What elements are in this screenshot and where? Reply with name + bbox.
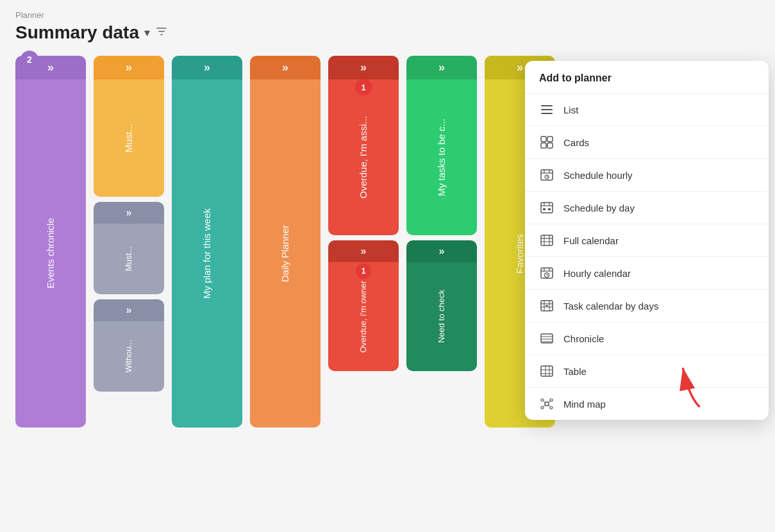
svg-rect-2 — [541, 113, 553, 114]
column-label: Overdue, i'm owner — [358, 281, 369, 353]
svg-line-56 — [544, 401, 546, 403]
column-must: » Must... » Must... » Withou... — [94, 56, 164, 428]
column-my-tasks: » My tasks to be c... » Need to check — [406, 56, 477, 428]
cards-icon — [539, 135, 554, 150]
hourly-calendar-icon — [539, 265, 554, 281]
svg-line-57 — [549, 401, 551, 403]
menu-item-full-calendar[interactable]: Full calendar — [525, 224, 769, 257]
svg-rect-5 — [541, 143, 546, 148]
chevron-icon: » — [361, 245, 367, 257]
title-dropdown-button[interactable]: ▾ — [144, 26, 150, 40]
svg-rect-46 — [541, 366, 553, 376]
svg-point-52 — [541, 399, 544, 401]
main-content: 2 » Events chronicle » Must... » Must... — [0, 48, 775, 435]
chevron-icon: » — [438, 61, 445, 74]
menu-label-chronicle: Chronicle — [563, 333, 604, 344]
menu-label-hourly-calendar: Hourly calendar — [563, 268, 631, 279]
card-my-plan[interactable]: » My plan for this week — [172, 56, 242, 428]
svg-rect-19 — [548, 208, 551, 210]
badge-1-small: 1 — [356, 263, 371, 279]
column-label: Withou... — [124, 340, 135, 372]
arrow-pointer — [666, 356, 711, 416]
menu-label-schedule-hourly: Schedule hourly — [563, 170, 633, 181]
column-label: My plan for this week — [201, 208, 213, 299]
svg-rect-20 — [541, 235, 553, 245]
badge-1: 1 — [355, 79, 372, 96]
menu-item-table[interactable]: Table — [525, 355, 769, 388]
full-calendar-icon — [539, 233, 554, 248]
column-label: Must... — [122, 124, 135, 153]
page-title: Summary data — [15, 22, 139, 43]
add-to-planner-dropdown: Add to planner List — [525, 61, 769, 420]
menu-item-task-calendar-by-days[interactable]: Task calendar by days — [525, 290, 769, 322]
menu-label-cards: Cards — [563, 137, 589, 148]
card-need-to-check-small[interactable]: » Need to check — [406, 240, 477, 371]
header: Planner Summary data ▾ — [0, 0, 775, 48]
menu-label-schedule-by-day: Schedule by day — [563, 203, 635, 213]
svg-rect-41 — [546, 305, 548, 306]
svg-rect-4 — [547, 137, 553, 142]
svg-line-58 — [544, 405, 546, 407]
chevron-icon: » — [439, 245, 445, 257]
card-my-tasks[interactable]: » My tasks to be c... — [406, 56, 477, 235]
svg-point-54 — [541, 406, 544, 409]
chevron-icon: » — [360, 61, 367, 74]
svg-rect-1 — [541, 109, 553, 110]
svg-rect-3 — [541, 137, 546, 142]
chevron-icon: » — [47, 61, 54, 74]
chevron-icon: » — [204, 61, 210, 74]
menu-item-schedule-by-day[interactable]: Schedule by day — [525, 192, 769, 224]
chevron-icon: » — [282, 61, 288, 74]
menu-item-cards[interactable]: Cards — [525, 126, 769, 159]
svg-rect-6 — [547, 143, 553, 148]
card-without-small[interactable]: » Withou... — [94, 299, 164, 392]
card-overdue-assi[interactable]: » 1 Overdue, I'm assi... — [328, 56, 399, 235]
column-label: Overdue, I'm assi... — [357, 116, 370, 199]
menu-item-mind-map[interactable]: Mind map — [525, 388, 769, 420]
menu-item-list[interactable]: List — [525, 94, 769, 126]
table-icon — [539, 363, 554, 379]
card-events-chronicle[interactable]: 2 » Events chronicle — [15, 56, 86, 428]
column-label: Daily Planner — [279, 225, 292, 282]
chevron-icon: » — [126, 207, 132, 219]
chronicle-icon — [539, 331, 554, 346]
svg-point-55 — [550, 406, 553, 409]
planner-label: Planner — [15, 10, 760, 20]
badge-2: 2 — [21, 51, 38, 69]
svg-point-53 — [550, 399, 553, 401]
column-label: Must... — [124, 246, 135, 271]
card-must-small[interactable]: » Must... — [94, 202, 164, 294]
filter-icon[interactable] — [155, 25, 168, 41]
menu-label-mind-map: Mind map — [563, 399, 606, 410]
menu-item-hourly-calendar[interactable]: Hourly calendar — [525, 257, 769, 290]
chevron-icon: » — [517, 61, 523, 74]
svg-rect-0 — [541, 105, 553, 106]
column-events-chronicle: 2 » Events chronicle — [15, 56, 86, 428]
column-label: Need to check — [437, 290, 447, 343]
card-overdue-owner-small[interactable]: » 1 Overdue, i'm owner — [328, 240, 399, 371]
column-label: My tasks to be c... — [435, 119, 448, 196]
schedule-hourly-icon — [539, 167, 554, 183]
column-my-plan: » My plan for this week — [172, 56, 242, 428]
menu-item-schedule-hourly[interactable]: Schedule hourly — [525, 159, 769, 192]
svg-line-59 — [549, 405, 551, 407]
menu-item-chronicle[interactable]: Chronicle — [525, 322, 769, 355]
menu-label-list: List — [563, 104, 578, 115]
dropdown-title: Add to planner — [525, 61, 769, 94]
menu-label-full-calendar: Full calendar — [563, 235, 619, 246]
column-daily-planner: » Daily Planner — [250, 56, 321, 428]
chevron-icon: » — [126, 304, 132, 316]
column-label: Events chronicle — [44, 218, 57, 288]
svg-rect-14 — [541, 203, 553, 213]
column-label: Favorites — [513, 234, 526, 274]
task-calendar-by-days-icon — [539, 298, 554, 313]
card-daily-planner[interactable]: » Daily Planner — [250, 56, 321, 428]
list-icon — [539, 102, 554, 117]
mind-map-icon — [539, 396, 554, 411]
chevron-icon: » — [126, 61, 132, 74]
card-must[interactable]: » Must... — [94, 56, 164, 197]
menu-label-task-calendar-by-days: Task calendar by days — [563, 301, 658, 312]
menu-label-table: Table — [563, 366, 587, 377]
svg-point-51 — [545, 402, 549, 406]
column-overdue-assi: » 1 Overdue, I'm assi... » 1 Overdue, i'… — [328, 56, 399, 428]
